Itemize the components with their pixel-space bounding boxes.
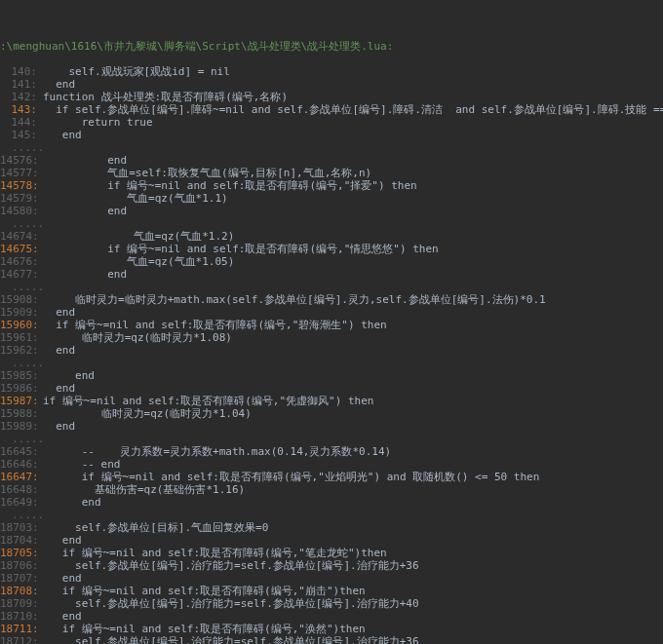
line-text: 临时灵力=临时灵力+math.max(self.参战单位[编号].灵力,self… — [43, 293, 546, 306]
line-text: 气血=qz(气血*1.1) — [43, 192, 228, 205]
line-text: function 战斗处理类:取是否有障碍(编号,名称) — [43, 91, 288, 103]
code-line: 14576: end — [0, 154, 663, 167]
code-area: 140: self.观战玩家[观战id] = nil141: end142:fu… — [0, 65, 663, 644]
code-line: 14579: 气血=qz(气血*1.1) — [0, 192, 663, 205]
line-number: 18710: — [0, 610, 43, 623]
code-line: 16649: end — [0, 496, 663, 509]
code-line: 18707: end — [0, 572, 663, 585]
line-text: end — [43, 268, 127, 281]
line-number: 18706: — [0, 559, 43, 572]
line-number: 14579: — [0, 192, 43, 205]
line-text: self.观战玩家[观战id] = nil — [43, 65, 230, 78]
code-line: 18712: self.参战单位[编号].治疗能力=self.参战单位[编号].… — [0, 635, 663, 644]
code-line: 18703: self.参战单位[目标].气血回复效果=0 — [0, 521, 663, 534]
line-number: 144: — [0, 116, 43, 129]
code-line: 141: end — [0, 78, 663, 91]
line-number: 14675: — [0, 243, 43, 255]
line-text: end — [43, 306, 75, 319]
line-text: 基础伤害=qz(基础伤害*1.16) — [43, 483, 245, 496]
line-text: 临时灵力=qz(临时灵力*1.08) — [43, 331, 232, 344]
code-line: 14675: if 编号~=nil and self:取是否有障碍(编号,"情思… — [0, 243, 663, 255]
line-text: self.参战单位[编号].治疗能力=self.参战单位[编号].治疗能力+36 — [43, 559, 419, 572]
line-text: if 编号~=nil and self:取是否有障碍(编号,"凭虚御风") th… — [43, 395, 373, 407]
code-line: 18706: self.参战单位[编号].治疗能力=self.参战单位[编号].… — [0, 559, 663, 572]
line-number: 16649: — [0, 496, 43, 509]
code-line: 14674: 气血=qz(气血*1.2) — [0, 230, 663, 243]
line-text: end — [43, 534, 82, 547]
line-number: 16647: — [0, 471, 43, 483]
code-line: 15987:if 编号~=nil and self:取是否有障碍(编号,"凭虚御… — [0, 395, 663, 407]
line-text: if 编号~=nil and self:取是否有障碍(编号,"择爱") then — [43, 179, 417, 192]
line-text: -- 灵力系数=灵力系数+math.max(0.14,灵力系数*0.14) — [43, 445, 391, 458]
line-number: 15961: — [0, 331, 43, 344]
line-number: 15908: — [0, 293, 43, 306]
fold-marker: ..... — [0, 217, 663, 230]
code-line: 15989: end — [0, 420, 663, 433]
line-text: if 编号~=nil and self:取是否有障碍(编号,"涣然")then — [43, 623, 366, 635]
line-text: if 编号~=nil and self:取是否有障碍(编号,"碧海潮生") th… — [43, 319, 387, 331]
line-number: 18703: — [0, 521, 43, 534]
code-line: 14677: end — [0, 268, 663, 281]
line-number: 15987: — [0, 395, 43, 407]
line-number: 18704: — [0, 534, 43, 547]
code-line: 140: self.观战玩家[观战id] = nil — [0, 65, 663, 78]
line-text: end — [43, 382, 75, 395]
line-number: 18712: — [0, 635, 43, 644]
line-text: self.参战单位[目标].气血回复效果=0 — [43, 521, 268, 534]
line-number: 142: — [0, 91, 43, 103]
fold-marker: ..... — [0, 509, 663, 521]
line-text: end — [43, 344, 75, 357]
line-text: end — [43, 496, 101, 509]
line-text: end — [43, 572, 82, 585]
line-text: if 编号~=nil and self:取是否有障碍(编号,"情思悠悠") th… — [43, 243, 439, 255]
code-line: 15909: end — [0, 306, 663, 319]
line-text: 气血=self:取恢复气血(编号,目标[n],气血,名称,n) — [43, 167, 371, 179]
line-text: self.参战单位[编号].治疗能力=self.参战单位[编号].治疗能力+36 — [43, 635, 419, 644]
line-number: 15909: — [0, 306, 43, 319]
line-text: if 编号~=nil and self:取是否有障碍(编号,"笔走龙蛇")the… — [43, 547, 387, 559]
code-line: 18711: if 编号~=nil and self:取是否有障碍(编号,"涣然… — [0, 623, 663, 635]
line-number: 18708: — [0, 585, 43, 597]
line-number: 143: — [0, 103, 43, 116]
code-line: 18705: if 编号~=nil and self:取是否有障碍(编号,"笔走… — [0, 547, 663, 559]
code-line: 15985: end — [0, 369, 663, 382]
line-text: 气血=qz(气血*1.05) — [43, 255, 234, 268]
line-number: 15988: — [0, 407, 43, 420]
line-number: 15960: — [0, 319, 43, 331]
line-number: 14676: — [0, 255, 43, 268]
fold-marker: ..... — [0, 433, 663, 445]
line-text: end — [43, 129, 82, 141]
fold-marker: ..... — [0, 357, 663, 369]
code-line: 18708: if 编号~=nil and self:取是否有障碍(编号,"崩击… — [0, 585, 663, 597]
line-text: end — [43, 205, 127, 217]
line-number: 14577: — [0, 167, 43, 179]
code-line: 15908: 临时灵力=临时灵力+math.max(self.参战单位[编号].… — [0, 293, 663, 306]
code-line: 18704: end — [0, 534, 663, 547]
code-line: 16645: -- 灵力系数=灵力系数+math.max(0.14,灵力系数*0… — [0, 445, 663, 458]
file-path: :\menghuan\1616\市井九黎城\脚务端\Script\战斗处理类\战… — [0, 40, 663, 53]
line-text: self.参战单位[编号].治疗能力=self.参战单位[编号].治疗能力+40 — [43, 597, 419, 610]
code-line: 18710: end — [0, 610, 663, 623]
line-text: if 编号~=nil and self:取是否有障碍(编号,"崩击")then — [43, 585, 366, 597]
line-number: 18705: — [0, 547, 43, 559]
code-line: 142:function 战斗处理类:取是否有障碍(编号,名称) — [0, 91, 663, 103]
code-line: 15962: end — [0, 344, 663, 357]
code-line: 14577: 气血=self:取恢复气血(编号,目标[n],气血,名称,n) — [0, 167, 663, 179]
line-number: 14674: — [0, 230, 43, 243]
line-text: if 编号~=nil and self:取是否有障碍(编号,"业焰明光") an… — [43, 471, 539, 483]
code-line: 15960: if 编号~=nil and self:取是否有障碍(编号,"碧海… — [0, 319, 663, 331]
line-number: 16648: — [0, 483, 43, 496]
fold-marker: ..... — [0, 281, 663, 293]
code-line: 143: if self.参战单位[编号].障碍~=nil and self.参… — [0, 103, 663, 116]
line-text: end — [43, 78, 75, 91]
line-text: return true — [43, 116, 153, 129]
code-line: 14676: 气血=qz(气血*1.05) — [0, 255, 663, 268]
line-number: 15989: — [0, 420, 43, 433]
code-line: 16647: if 编号~=nil and self:取是否有障碍(编号,"业焰… — [0, 471, 663, 483]
code-line: 16648: 基础伤害=qz(基础伤害*1.16) — [0, 483, 663, 496]
line-number: 14580: — [0, 205, 43, 217]
line-number: 141: — [0, 78, 43, 91]
code-line: 14580: end — [0, 205, 663, 217]
line-number: 18707: — [0, 572, 43, 585]
code-line: 15988: 临时灵力=qz(临时灵力*1.04) — [0, 407, 663, 420]
